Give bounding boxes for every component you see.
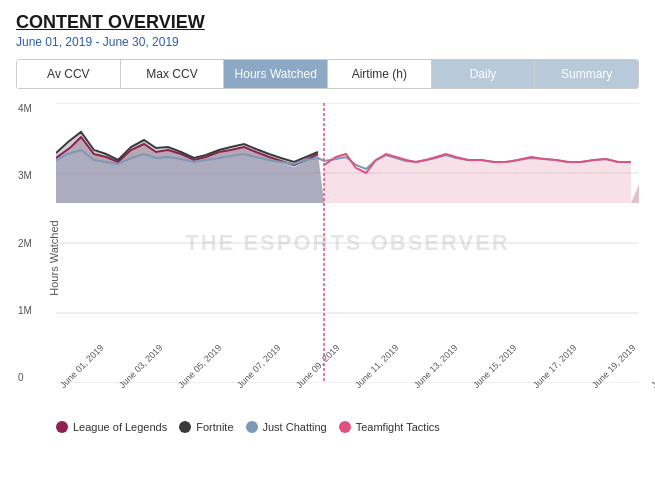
tab-summary[interactable]: Summary [535,60,638,88]
legend-dot-just-chatting [246,421,258,433]
chart-svg [56,103,639,383]
title-section: CONTENT OVERVIEW June 01, 2019 - June 30… [16,12,639,49]
legend-label-lol: League of Legends [73,421,167,433]
tab-airtime[interactable]: Airtime (h) [328,60,432,88]
tab-max-ccv[interactable]: Max CCV [121,60,225,88]
y-tick-3m: 3M [18,170,32,181]
legend-item-just-chatting: Just Chatting [246,421,327,433]
y-tick-4m: 4M [18,103,32,114]
legend: League of Legends Fortnite Just Chatting… [16,421,639,433]
legend-label-tft: Teamfight Tactics [356,421,440,433]
legend-label-just-chatting: Just Chatting [263,421,327,433]
page-title: CONTENT OVERVIEW [16,12,639,33]
x-axis-labels: June 01, 2019 June 03, 2019 June 05, 201… [56,383,639,413]
tab-daily[interactable]: Daily [432,60,536,88]
chart-container: 4M 3M 2M 1M 0 [56,103,639,383]
legend-item-fortnite: Fortnite [179,421,233,433]
legend-label-fortnite: Fortnite [196,421,233,433]
legend-item-tft: Teamfight Tactics [339,421,440,433]
chart-area: Hours Watched 4M 3M 2M 1M 0 [16,103,639,413]
legend-dot-lol [56,421,68,433]
y-tick-0: 0 [18,372,32,383]
legend-item-lol: League of Legends [56,421,167,433]
x-label: June 21, 2019 [649,343,655,390]
y-tick-2m: 2M [18,238,32,249]
legend-dot-fortnite [179,421,191,433]
tab-hours-watched[interactable]: Hours Watched [224,60,328,88]
legend-dot-tft [339,421,351,433]
tab-bar: Av CCV Max CCV Hours Watched Airtime (h)… [16,59,639,89]
y-tick-1m: 1M [18,305,32,316]
tab-av-ccv[interactable]: Av CCV [17,60,121,88]
date-range: June 01, 2019 - June 30, 2019 [16,35,639,49]
